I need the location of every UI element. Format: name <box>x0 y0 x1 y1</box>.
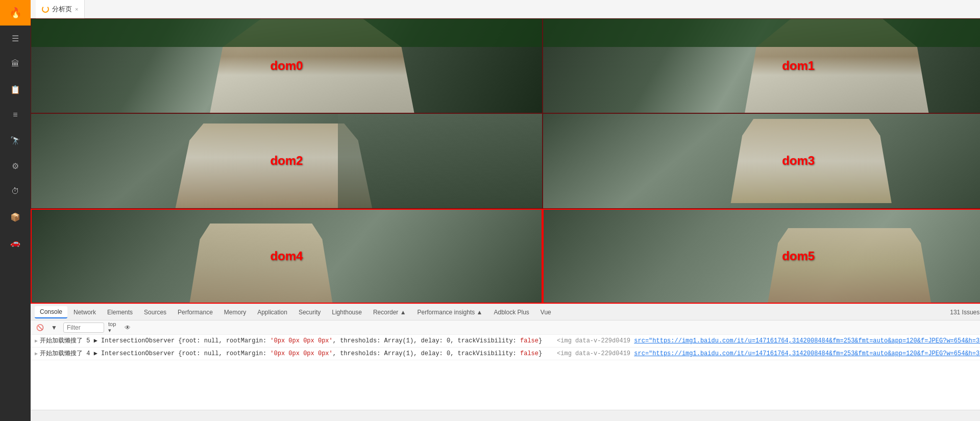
lighthouse-tab-label: Lighthouse <box>332 309 362 316</box>
cell-bg-2 <box>31 114 542 208</box>
tab-security[interactable]: Security <box>293 307 326 318</box>
tab-label: 分析页 <box>52 5 72 14</box>
application-tab-label: Application <box>257 309 287 316</box>
vue-tab-label: Vue <box>541 309 551 316</box>
row-arrow-1: ▶ <box>35 337 38 345</box>
sidebar-item-dashboard[interactable]: 🏛 <box>0 51 31 77</box>
banner-overlay-1 <box>543 19 980 47</box>
image-grid: ⚙ dom0 dom1 <box>31 18 980 304</box>
sidebar-logo: 🔥 <box>0 0 31 26</box>
cell-bg-1 <box>543 19 980 113</box>
cell-bg-5 <box>544 210 980 303</box>
rock-overlay <box>338 114 542 208</box>
dashboard-icon: 🏛 <box>11 59 19 68</box>
top-frame-label: top ▾ <box>108 321 118 334</box>
sidebar-item-list[interactable]: ≡ <box>0 102 31 128</box>
dom-cell-0: dom0 <box>31 18 543 113</box>
sidebar-item-car[interactable]: 🚗 <box>0 230 31 255</box>
network-tab-label: Network <box>74 309 96 316</box>
clear-icon: 🚫 <box>36 324 44 331</box>
car-icon: 🚗 <box>10 238 20 247</box>
dom-cell-2: dom2 <box>31 113 543 208</box>
sidebar-item-timer[interactable]: ⏱ <box>0 179 31 204</box>
issues-label: 131 Issues: <box>950 309 980 316</box>
devtools-tabs: Console Network Elements Sources Perform… <box>31 304 980 320</box>
person-silhouette-4 <box>159 224 363 303</box>
sidebar-item-explore[interactable]: 🔭 <box>0 128 31 153</box>
cell-bg-4 <box>32 210 542 303</box>
console-filter-button[interactable]: ▼ <box>49 323 59 333</box>
tab-performance-insights[interactable]: Performance insights ▲ <box>412 307 488 318</box>
dom-cell-5: dom5 <box>543 209 980 304</box>
tab-memory[interactable]: Memory <box>219 307 251 318</box>
devtools-toolbar: 🚫 ▼ top ▾ 👁 Default levels ▾ <box>31 320 980 335</box>
elements-tab-label: Elements <box>107 309 133 316</box>
banner-overlay <box>31 19 542 47</box>
tab-bar: 分析页 × <box>31 0 980 18</box>
perf-insights-tab-label: Performance insights ▲ <box>418 309 483 316</box>
tab-application[interactable]: Application <box>252 307 292 318</box>
console-tab-label: Console <box>40 308 62 315</box>
logo-icon: 🔥 <box>9 7 22 19</box>
devtools-header-right: 131 Issues: ⚑ 48 ⚑ 83 ⋮ ⚙ × <box>950 308 980 316</box>
clear-console-button[interactable]: 🚫 <box>35 323 45 333</box>
timer-icon: ⏱ <box>11 187 19 196</box>
console-row-1: ▶ 开始加载懒搜了 5 ▶ IntersectionObserver {root… <box>31 335 980 348</box>
recorder-tab-label: Recorder ▲ <box>373 309 406 316</box>
list-icon: ≡ <box>13 110 17 119</box>
performance-tab-label: Performance <box>178 309 213 316</box>
explore-icon: 🔭 <box>10 136 20 145</box>
memory-tab-label: Memory <box>224 309 246 316</box>
console-text-1: 开始加载懒搜了 5 ▶ IntersectionObserver {root: … <box>40 336 980 345</box>
eye-button[interactable]: 👁 <box>122 323 133 333</box>
sources-tab-label: Sources <box>144 309 166 316</box>
row-arrow-2: ▶ <box>35 350 38 358</box>
tab-adblock[interactable]: Adblock Plus <box>488 307 534 318</box>
cell-bg-0 <box>31 19 542 113</box>
console-row-2: ▶ 开始加载懒搜了 4 ▶ IntersectionObserver {root… <box>31 348 980 360</box>
sidebar-item-settings[interactable]: ⚙ <box>0 153 31 179</box>
dom-cell-4: dom4 <box>31 209 543 304</box>
dom-cell-3: dom3 <box>543 113 980 208</box>
sidebar: 🔥 ☰ 🏛 📋 ≡ 🔭 ⚙ ⏱ 📦 🚗 <box>0 0 31 421</box>
tab-vue[interactable]: Vue <box>535 307 556 318</box>
top-frame-selector[interactable]: top ▾ <box>108 323 118 333</box>
tab-close-button[interactable]: × <box>75 6 78 12</box>
tab-lighthouse[interactable]: Lighthouse <box>327 307 367 318</box>
tab-console[interactable]: Console <box>35 306 67 318</box>
console-text-2: 开始加载懒搜了 4 ▶ IntersectionObserver {root: … <box>40 349 980 358</box>
tab-elements[interactable]: Elements <box>102 307 138 318</box>
sidebar-item-menu[interactable]: ☰ <box>0 26 31 51</box>
eye-icon: 👁 <box>125 324 131 331</box>
dom-cell-1: dom1 <box>543 18 980 113</box>
tab-performance[interactable]: Performance <box>173 307 218 318</box>
settings-icon: ⚙ <box>12 161 19 171</box>
person-silhouette-3 <box>696 119 926 204</box>
person-silhouette-5 <box>747 228 951 303</box>
package-icon: 📦 <box>10 212 20 222</box>
cell-bg-3 <box>543 114 980 208</box>
status-bar: CSDN @叶浩成520 <box>31 410 980 421</box>
filter-input[interactable] <box>63 323 104 333</box>
main-content: 分析页 × ⚙ dom0 dom1 <box>31 0 980 421</box>
sidebar-item-documents[interactable]: 📋 <box>0 77 31 102</box>
sidebar-item-package[interactable]: 📦 <box>0 204 31 230</box>
tab-recorder[interactable]: Recorder ▲ <box>368 307 411 318</box>
tab-spinner <box>42 6 49 13</box>
tab-sources[interactable]: Sources <box>139 307 172 318</box>
filter-icon: ▼ <box>51 324 57 331</box>
menu-icon: ☰ <box>12 34 19 43</box>
tab-network[interactable]: Network <box>68 307 101 318</box>
adblock-tab-label: Adblock Plus <box>494 309 529 316</box>
analysis-tab[interactable]: 分析页 × <box>36 0 85 18</box>
document-icon: 📋 <box>10 85 20 94</box>
devtools-panel: Console Network Elements Sources Perform… <box>31 304 980 421</box>
security-tab-label: Security <box>299 309 321 316</box>
console-output: ▶ 开始加载懒搜了 5 ▶ IntersectionObserver {root… <box>31 335 980 410</box>
